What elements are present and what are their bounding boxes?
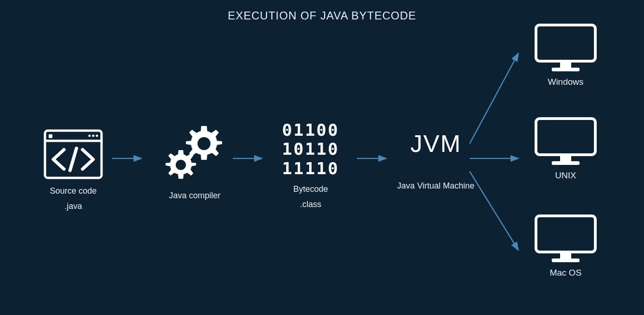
svg-point-3 — [89, 135, 91, 137]
monitor-icon — [524, 213, 607, 264]
unix-node: UNIX — [524, 116, 607, 181]
monitor-icon — [524, 22, 607, 73]
compiler-label: Java compiler — [148, 190, 241, 202]
svg-line-11 — [470, 53, 518, 144]
source-code-sublabel: .java — [36, 202, 110, 211]
arrow-branch-down-icon — [467, 167, 528, 269]
source-code-label: Source code — [36, 185, 110, 197]
unix-label: UNIX — [524, 170, 607, 181]
arrow-branch-up-icon — [467, 46, 528, 167]
binary-icon: 01100 10110 11110 — [269, 120, 352, 178]
code-window-icon — [36, 129, 110, 180]
windows-label: Windows — [524, 77, 607, 87]
binary-row: 10110 — [282, 139, 339, 158]
windows-node: Windows — [524, 22, 607, 87]
binary-row: 11110 — [282, 159, 339, 178]
svg-line-6 — [70, 148, 77, 170]
svg-rect-17 — [536, 119, 595, 155]
arrow-icon — [111, 154, 148, 163]
svg-rect-22 — [552, 258, 580, 262]
arrow-icon — [232, 154, 269, 163]
svg-rect-15 — [560, 61, 571, 68]
source-code-node: Source code .java — [36, 129, 110, 211]
bytecode-sublabel: .class — [269, 200, 352, 209]
arrow-icon — [356, 154, 393, 163]
svg-rect-20 — [536, 216, 595, 252]
macos-label: Mac OS — [524, 268, 607, 278]
java-compiler-node: Java compiler — [148, 124, 241, 202]
svg-point-4 — [92, 135, 95, 137]
svg-rect-18 — [560, 155, 571, 161]
arrow-branch-mid-icon — [467, 154, 528, 163]
svg-rect-14 — [536, 25, 595, 61]
monitor-icon — [524, 116, 607, 167]
svg-point-5 — [96, 135, 98, 137]
binary-row: 01100 — [282, 120, 339, 139]
bytecode-label: Bytecode — [269, 183, 352, 195]
svg-rect-16 — [552, 68, 580, 71]
svg-rect-21 — [560, 252, 571, 258]
svg-rect-19 — [552, 161, 580, 165]
macos-node: Mac OS — [524, 213, 607, 278]
svg-rect-2 — [49, 134, 52, 138]
gears-icon — [148, 124, 241, 184]
diagram-title: EXECUTION OF JAVA BYTECODE — [228, 9, 416, 22]
svg-line-13 — [470, 171, 518, 250]
svg-point-8 — [198, 138, 210, 150]
bytecode-node: 01100 10110 11110 Bytecode .class — [269, 120, 352, 209]
